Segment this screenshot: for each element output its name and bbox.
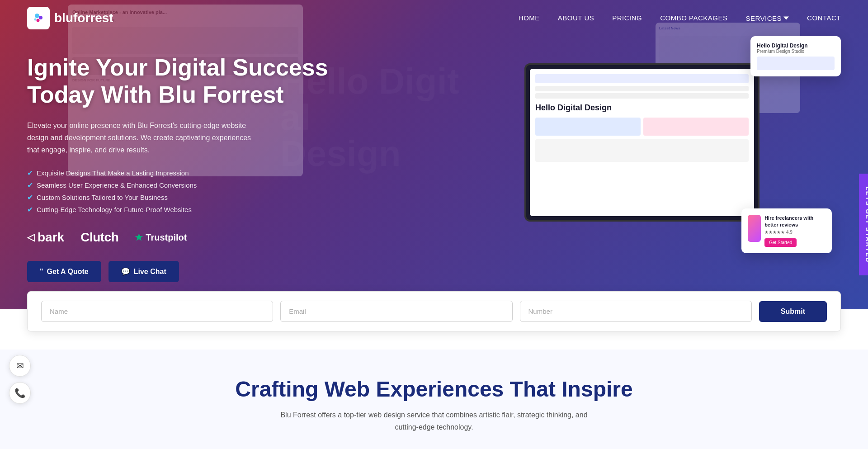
- crafting-section: Crafting Web Experiences That Inspire Bl…: [0, 350, 868, 449]
- hero-subtitle: Elevate your online presence with Blu Fo…: [27, 119, 262, 156]
- svg-point-2: [37, 19, 40, 22]
- email-icon: ✉: [16, 360, 24, 371]
- nav-home[interactable]: HOME: [519, 14, 540, 22]
- submit-button[interactable]: Submit: [759, 301, 827, 322]
- float-card-1-sub: Premium Design Studio: [757, 49, 835, 54]
- phone-float-button[interactable]: 📞: [9, 382, 31, 404]
- clutch-logo: Clutch: [80, 230, 118, 245]
- chat-icon: 💬: [121, 267, 130, 276]
- float-contact-buttons: ✉ 📞: [9, 355, 31, 404]
- float-avatar: [748, 215, 761, 242]
- hero-section: Online Marketplace - an innovative pla..…: [0, 0, 868, 309]
- feature-3: ✔ Custom Solutions Tailored to Your Busi…: [27, 193, 380, 202]
- hero-mockup: Hello Digital Design Hello Digital Desig…: [524, 36, 841, 262]
- screen-heading: Hello Digital Design: [535, 103, 749, 113]
- check-icon-2: ✔: [27, 181, 33, 189]
- check-icon-3: ✔: [27, 193, 33, 202]
- hero-content: Ignite Your Digital Success Today With B…: [0, 0, 407, 309]
- hero-text: Ignite Your Digital Success Today With B…: [27, 54, 380, 282]
- logo-text: bluforrest: [54, 11, 113, 25]
- number-input[interactable]: [520, 301, 752, 322]
- hero-title: Ignite Your Digital Success Today With B…: [27, 54, 380, 109]
- check-icon-4: ✔: [27, 205, 33, 214]
- nav-services[interactable]: SERVICES: [746, 14, 789, 22]
- float-card-2-title: Hire freelancers with better reviews: [764, 215, 826, 228]
- feature-2: ✔ Seamless User Experience & Enhanced Co…: [27, 181, 380, 189]
- nav-about[interactable]: ABOUT US: [558, 14, 594, 22]
- svg-point-3: [34, 19, 37, 21]
- email-input[interactable]: [280, 301, 512, 322]
- navbar: bluforrest HOME ABOUT US PRICING COMBO P…: [0, 0, 868, 36]
- float-card-hire: Hire freelancers with better reviews ★★★…: [741, 208, 832, 253]
- email-float-button[interactable]: ✉: [9, 355, 31, 377]
- float-card-1-title: Hello Digital Design: [757, 43, 835, 49]
- mockup-screen: Hello Digital Design: [530, 69, 754, 216]
- phone-icon: 📞: [14, 388, 26, 398]
- quote-icon: ": [40, 268, 43, 276]
- feature-1: ✔ Exquisite Designs That Make a Lasting …: [27, 169, 380, 177]
- name-input[interactable]: [41, 301, 273, 322]
- live-chat-button[interactable]: 💬 Live Chat: [108, 261, 179, 282]
- svg-point-1: [39, 16, 42, 19]
- crafting-description: Blu Forrest offers a top-tier web design…: [276, 409, 592, 433]
- logo-icon: [27, 7, 50, 29]
- screen-content: Hello Digital Design: [535, 74, 749, 162]
- float-card-design: Hello Digital Design Premium Design Stud…: [750, 36, 841, 76]
- trustpilot-logo: ★ Trustpilot: [135, 232, 187, 243]
- bark-logo: ◁ bark: [27, 230, 64, 245]
- check-icon-1: ✔: [27, 169, 33, 177]
- contact-form-strip: Submit: [27, 291, 841, 331]
- get-quote-button[interactable]: " Get A Quote: [27, 261, 101, 282]
- hero-buttons: " Get A Quote 💬 Live Chat: [27, 261, 380, 282]
- nav-combo[interactable]: COMBO PACKAGES: [660, 14, 727, 22]
- float-card-2-rating: ★★★★★ 4.9: [764, 230, 826, 235]
- float-card-2-btn[interactable]: Get Started: [764, 238, 797, 247]
- svg-point-0: [35, 14, 39, 18]
- hero-logos: ◁ bark Clutch ★ Trustpilot: [27, 230, 380, 245]
- feature-4: ✔ Cutting-Edge Technology for Future-Pro…: [27, 205, 380, 214]
- logo[interactable]: bluforrest: [27, 7, 113, 29]
- laptop-mockup: Hello Digital Design: [524, 63, 760, 222]
- nav-contact[interactable]: CONTACT: [807, 14, 841, 22]
- crafting-heading: Crafting Web Experiences That Inspire: [27, 377, 841, 402]
- get-started-side-button[interactable]: LETS GET STARTED: [859, 174, 868, 275]
- hero-features: ✔ Exquisite Designs That Make a Lasting …: [27, 169, 380, 214]
- nav-pricing[interactable]: PRICING: [612, 14, 642, 22]
- nav-links: HOME ABOUT US PRICING COMBO PACKAGES SER…: [519, 14, 841, 22]
